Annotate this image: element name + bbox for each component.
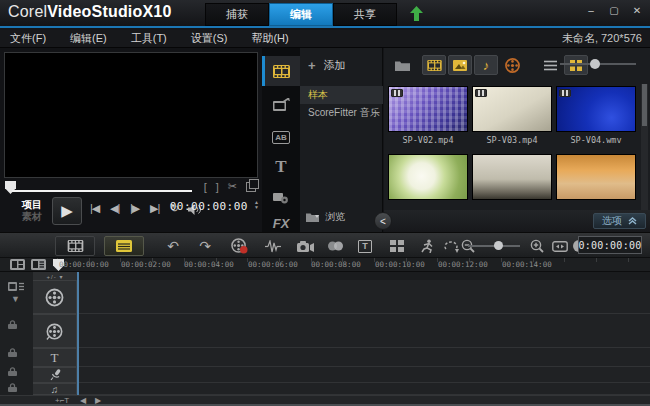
menu-settings[interactable]: 设置(S) <box>185 31 234 46</box>
music-track-lane[interactable] <box>77 383 650 395</box>
filter-motion-icon[interactable] <box>500 55 524 75</box>
slider-knob[interactable] <box>590 59 600 69</box>
collapse-panel-button[interactable]: < <box>374 212 392 230</box>
media-item[interactable] <box>388 154 468 200</box>
photo-thumbnail[interactable] <box>472 154 552 200</box>
add-category-button[interactable]: + 添加 <box>308 58 346 73</box>
browse-button[interactable]: 浏览 <box>306 210 345 224</box>
video-track-header[interactable] <box>33 280 77 314</box>
record-capture-icon[interactable] <box>226 235 252 257</box>
video-track-lane[interactable] <box>77 280 650 314</box>
music-track-header[interactable]: ♫ <box>33 383 77 395</box>
timeline-timecode[interactable]: 0:00:00:00 <box>578 236 642 254</box>
next-frame-button[interactable]: |▶ <box>130 202 139 215</box>
go-end-button[interactable]: ▶| <box>150 202 159 215</box>
media-item[interactable]: SP-V02.mp4 <box>388 86 468 145</box>
timeline-ruler[interactable]: 00:00:00:00 00:00:02:00 00:00:04:00 00:0… <box>55 258 650 272</box>
mark-in-button[interactable]: [ <box>204 181 207 193</box>
menu-edit[interactable]: 编辑(E) <box>64 31 113 46</box>
mark-out-button[interactable]: ] <box>216 181 219 193</box>
nav-media[interactable] <box>262 56 300 86</box>
list-view-icon[interactable] <box>538 55 562 75</box>
enlarge-preview-icon[interactable] <box>246 182 256 192</box>
filter-photos-icon[interactable] <box>448 55 472 75</box>
redo-button[interactable]: ↷ <box>192 235 218 257</box>
options-button[interactable]: 选项 <box>593 213 646 229</box>
media-item[interactable] <box>472 154 552 200</box>
library-scrollbar[interactable] <box>641 84 648 230</box>
minimize-button[interactable]: – <box>584 5 598 16</box>
timeline-zoom-slider[interactable] <box>468 245 520 247</box>
overlay-track-lane[interactable] <box>77 314 650 348</box>
track-manager-icon[interactable] <box>31 259 46 270</box>
scrubber-track[interactable] <box>12 190 192 192</box>
title-track-lane[interactable] <box>77 348 650 367</box>
prev-frame-button[interactable]: ◀| <box>110 202 119 215</box>
grid-view-icon[interactable] <box>564 55 588 75</box>
video-thumbnail[interactable] <box>388 86 468 132</box>
video-thumbnail[interactable] <box>472 86 552 132</box>
playhead-line[interactable] <box>77 272 79 395</box>
timeline-tracks: ▼ +/- ▾ T <box>0 272 650 395</box>
mode-clip-label[interactable]: 素材 <box>22 211 42 223</box>
zoom-slider-knob[interactable] <box>494 241 503 250</box>
filter-audio-icon[interactable]: ♪ <box>474 55 498 75</box>
track-dropdown-arrow-icon[interactable]: ▼ <box>11 294 20 304</box>
import-folder-icon[interactable] <box>390 55 414 75</box>
tab-capture[interactable]: 捕获 <box>205 3 269 26</box>
menu-tools[interactable]: 工具(T) <box>125 31 173 46</box>
media-item[interactable]: SP-V03.mp4 <box>472 86 552 145</box>
play-button[interactable]: ▶ <box>52 197 82 225</box>
timecode-spinner[interactable]: ▲▼ <box>254 200 259 210</box>
mode-project-label[interactable]: 项目 <box>22 199 42 211</box>
tab-edit[interactable]: 编辑 <box>269 3 333 26</box>
scrubber-handle[interactable] <box>5 181 16 194</box>
media-item[interactable]: SP-V04.wmv <box>556 86 636 145</box>
tab-share[interactable]: 共享 <box>333 3 397 26</box>
maximize-button[interactable]: ▢ <box>607 5 621 16</box>
nav-instant-project[interactable] <box>262 90 300 120</box>
storyboard-view-button[interactable] <box>55 236 95 256</box>
category-samples[interactable]: 样本 <box>300 86 383 104</box>
nav-transition[interactable]: AB <box>262 122 300 152</box>
thumbnail-size-slider[interactable] <box>560 63 636 65</box>
overlay-track-header[interactable] <box>33 314 77 348</box>
sound-mixer-icon[interactable] <box>260 235 286 257</box>
split-clip-icon[interactable]: ✂ <box>228 180 237 193</box>
preview-screen[interactable] <box>4 52 258 178</box>
overlay-track-lock-icon[interactable] <box>8 320 18 329</box>
photo-thumbnail[interactable] <box>388 154 468 200</box>
photo-thumbnail[interactable] <box>556 154 636 200</box>
video-track-options-icon[interactable] <box>8 282 24 291</box>
upload-arrow-icon[interactable] <box>410 6 423 21</box>
show-all-tracks-icon[interactable] <box>10 259 25 270</box>
instant-project-camera-icon[interactable] <box>292 235 318 257</box>
close-button[interactable]: ✕ <box>630 5 644 16</box>
menu-help[interactable]: 帮助(H) <box>245 31 294 46</box>
multi-track-icon[interactable] <box>384 235 410 257</box>
media-item[interactable] <box>556 154 636 200</box>
track-motion-icon[interactable] <box>414 235 440 257</box>
voice-track-lane[interactable] <box>77 367 650 383</box>
voice-track-header[interactable] <box>33 367 77 383</box>
title-track-header[interactable]: T <box>33 348 77 367</box>
undo-button[interactable]: ↶ <box>160 235 186 257</box>
go-start-button[interactable]: |◀ <box>90 202 99 215</box>
timeline-view-button[interactable] <box>104 236 144 256</box>
chevron-up-icon <box>628 217 637 225</box>
track-transition-icon[interactable] <box>322 235 348 257</box>
menu-file[interactable]: 文件(F) <box>4 31 52 46</box>
preview-timecode[interactable]: 00:00:00:00 <box>170 200 248 213</box>
voice-track-lock-icon[interactable] <box>8 367 18 376</box>
nav-title[interactable]: T <box>262 152 300 182</box>
filter-videos-icon[interactable] <box>422 55 446 75</box>
media-filename: SP-V03.mp4 <box>472 135 552 145</box>
library-bottom-bar: < 选项 <box>384 210 650 232</box>
music-track-lock-icon[interactable] <box>8 383 18 392</box>
category-scorefitter[interactable]: ScoreFitter 音乐 <box>300 104 383 122</box>
video-thumbnail[interactable] <box>556 86 636 132</box>
track-add-remove-bar[interactable]: +/- ▾ <box>33 272 77 280</box>
subtitle-editor-button[interactable]: T <box>352 235 378 257</box>
title-track-lock-icon[interactable] <box>8 348 18 357</box>
scrollbar-thumb[interactable] <box>642 84 647 126</box>
